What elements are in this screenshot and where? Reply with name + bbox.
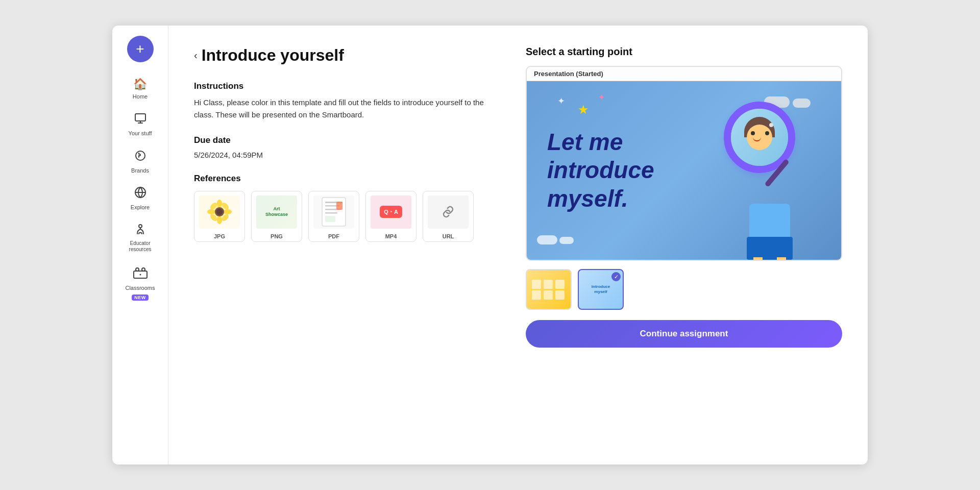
jpg-label: JPG	[214, 231, 225, 240]
sidebar-item-label: Your stuff	[129, 130, 152, 137]
svg-point-9	[217, 200, 222, 208]
character-illustration	[719, 86, 841, 260]
sidebar-item-label: Explore	[131, 204, 150, 211]
jpg-image	[199, 195, 240, 229]
svg-point-10	[217, 216, 222, 224]
selected-check: ✓	[611, 272, 621, 281]
svg-point-11	[207, 209, 215, 214]
add-button[interactable]: +	[127, 36, 154, 62]
references-label: References	[194, 174, 495, 184]
explore-icon	[134, 186, 146, 202]
due-date-label: Due date	[194, 135, 495, 145]
char-body	[739, 178, 800, 260]
url-label: URL	[443, 231, 454, 240]
presentation-image: ✦ ★ ✦ Let me introduce myself.	[527, 81, 841, 260]
pdf-label: PDF	[328, 231, 339, 240]
home-icon: 🏠	[133, 78, 147, 91]
continue-assignment-button[interactable]: Continue assignment	[526, 320, 842, 348]
educator-resources-icon	[134, 223, 146, 238]
pdf-image	[313, 195, 354, 229]
pdf-preview	[309, 193, 359, 231]
png-preview: ArtShowcase	[252, 193, 302, 231]
sidebar-item-brands[interactable]: Brands	[117, 144, 163, 179]
mp4-label: MP4	[385, 231, 397, 240]
svg-point-12	[224, 209, 232, 214]
reference-url[interactable]: URL	[423, 191, 474, 242]
sidebar-item-classrooms[interactable]: Classrooms NEW	[117, 262, 163, 306]
svg-point-7	[142, 268, 145, 271]
svg-rect-25	[336, 202, 342, 210]
main-content: ‹ Introduce yourself Instructions Hi Cla…	[168, 26, 868, 464]
svg-rect-23	[325, 212, 337, 214]
right-panel: Select a starting point Presentation (St…	[526, 46, 842, 444]
url-image	[428, 195, 469, 229]
sidebar: + 🏠 Home Your stuff Brands	[112, 26, 168, 464]
svg-point-6	[136, 268, 139, 271]
your-stuff-icon	[134, 112, 146, 128]
svg-point-18	[216, 209, 223, 215]
reference-mp4[interactable]: Q • A MP4	[365, 191, 416, 242]
thumbnail-1[interactable]	[526, 269, 572, 310]
sidebar-item-label: Home	[133, 93, 148, 100]
reference-png[interactable]: ArtShowcase PNG	[251, 191, 302, 242]
sidebar-item-your-stuff[interactable]: Your stuff	[117, 107, 163, 142]
references-grid: JPG ArtShowcase PNG	[194, 191, 495, 242]
png-image: ArtShowcase	[256, 195, 297, 229]
back-title: ‹ Introduce yourself	[194, 46, 495, 65]
sidebar-item-label: Classrooms	[125, 284, 155, 291]
instructions-label: Instructions	[194, 81, 495, 91]
sidebar-item-explore[interactable]: Explore	[117, 181, 163, 216]
instructions-text: Hi Class, please color in this template …	[194, 96, 495, 121]
thumbnail-strip: Introducemyself ✓	[526, 269, 842, 310]
brands-icon	[134, 150, 146, 165]
sidebar-item-label: Educator resources	[121, 240, 159, 253]
classrooms-icon	[133, 267, 148, 282]
thumbnail-2[interactable]: Introducemyself ✓	[578, 269, 624, 310]
reference-pdf[interactable]: PDF	[308, 191, 359, 242]
sidebar-item-home[interactable]: 🏠 Home	[117, 72, 163, 105]
sidebar-item-educator-resources[interactable]: Educator resources	[117, 218, 163, 258]
new-badge: NEW	[132, 295, 149, 301]
png-label: PNG	[271, 231, 283, 240]
presentation-label: Presentation (Started)	[527, 67, 841, 81]
sidebar-item-label: Brands	[131, 167, 149, 174]
jpg-preview	[194, 193, 244, 231]
due-date-value: 5/26/2024, 04:59PM	[194, 151, 495, 159]
main-preview-card[interactable]: Presentation (Started) ✦ ★ ✦	[526, 66, 842, 261]
svg-rect-0	[135, 114, 145, 121]
references-section: References	[194, 174, 495, 242]
mp4-image: Q • A	[371, 195, 411, 229]
select-starting-point-title: Select a starting point	[526, 46, 842, 58]
left-panel: ‹ Introduce yourself Instructions Hi Cla…	[194, 46, 495, 444]
svg-rect-24	[325, 216, 335, 222]
back-button[interactable]: ‹	[194, 50, 198, 61]
page-title: Introduce yourself	[202, 46, 344, 65]
mp4-preview: Q • A	[366, 193, 416, 231]
url-preview	[423, 193, 473, 231]
thumb1-inner	[527, 270, 571, 309]
reference-jpg[interactable]: JPG	[194, 191, 245, 242]
